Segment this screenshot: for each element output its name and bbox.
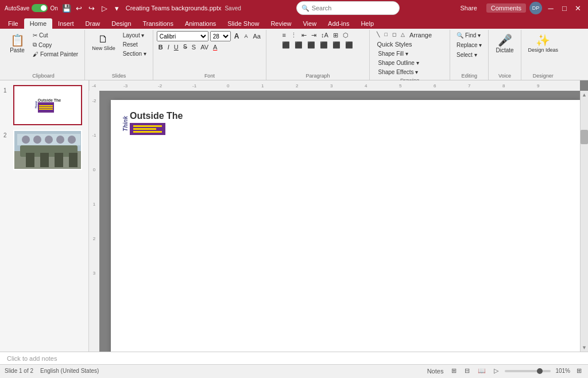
align-center-button[interactable]: ⬛ xyxy=(293,41,304,49)
tab-addins[interactable]: Add-ins xyxy=(322,18,355,29)
slide-2-image[interactable] xyxy=(13,130,82,170)
shape-2[interactable]: □ xyxy=(382,31,389,39)
decrease-font-button[interactable]: A xyxy=(242,33,249,40)
share-button[interactable]: Share xyxy=(454,3,482,13)
scroll-down-icon[interactable]: ▼ xyxy=(581,345,588,350)
present-icon[interactable]: ▷ xyxy=(99,3,110,13)
comments-button[interactable]: Comments xyxy=(486,3,526,13)
slide-sorter-button[interactable]: ⊟ xyxy=(463,367,471,375)
tab-transitions[interactable]: Transitions xyxy=(137,18,179,29)
tab-home[interactable]: Home xyxy=(24,18,52,29)
font-color-button[interactable]: A xyxy=(211,43,219,51)
tab-insert[interactable]: Insert xyxy=(52,18,80,29)
undo-icon[interactable]: ↩ xyxy=(74,3,84,13)
dictate-button[interactable]: 🎤 Dictate xyxy=(492,31,517,56)
increase-font-button[interactable]: A xyxy=(233,32,241,41)
scroll-thumb[interactable] xyxy=(581,130,588,144)
close-icon[interactable]: ✕ xyxy=(573,3,583,13)
clipboard-group: 📋 Paste ✂ Cut ⧉ Copy 🖌 Format Painter Cl… xyxy=(2,30,85,80)
decrease-indent-button[interactable]: ⇤ xyxy=(300,31,308,40)
quick-styles-button[interactable]: Quick Styles xyxy=(375,40,413,48)
italic-button[interactable]: I xyxy=(166,43,171,51)
minimize-icon[interactable]: ─ xyxy=(546,3,556,13)
underline-button[interactable]: U xyxy=(172,43,180,51)
avatar[interactable]: DP xyxy=(529,2,542,14)
cut-button[interactable]: ✂ Cut xyxy=(30,31,81,40)
zoom-slider[interactable] xyxy=(505,370,551,372)
justify-button[interactable]: ⬛ xyxy=(318,41,330,49)
smartart-button[interactable]: ⬡ xyxy=(341,31,350,40)
slide-2-thumb[interactable]: 2 xyxy=(3,130,85,170)
tab-draw[interactable]: Draw xyxy=(80,18,106,29)
slide-2-number: 2 xyxy=(3,132,10,138)
tab-help[interactable]: Help xyxy=(355,18,380,29)
notes-button[interactable]: Notes xyxy=(425,367,446,375)
find-button[interactable]: 🔍 Find ▾ xyxy=(454,31,483,40)
save-icon[interactable]: 💾 xyxy=(61,3,72,13)
slide-1-thumb[interactable]: 1 Think Outside The xyxy=(3,85,85,125)
line-spacing-button[interactable]: ⬛ xyxy=(343,41,355,49)
normal-view-button[interactable]: ⊞ xyxy=(450,367,458,375)
tab-design[interactable]: Design xyxy=(106,18,137,29)
shape-effects-button[interactable]: Shape Effects ▾ xyxy=(375,68,421,76)
align-left-button[interactable]: ⬛ xyxy=(280,41,292,49)
paste-button[interactable]: 📋 Paste xyxy=(6,31,29,56)
replace-button[interactable]: Replace ▾ xyxy=(454,41,485,49)
text-direction-button[interactable]: ↕A xyxy=(319,31,330,40)
shape-fill-button[interactable]: Shape Fill ▾ xyxy=(375,49,421,58)
format-painter-button[interactable]: 🖌 Format Painter xyxy=(30,50,81,59)
tab-file[interactable]: File xyxy=(2,18,24,29)
tab-review[interactable]: Review xyxy=(265,18,297,29)
char-spacing-button[interactable]: AV xyxy=(199,43,210,51)
section-button[interactable]: Section ▾ xyxy=(120,49,149,58)
shape-outline-button[interactable]: Shape Outline ▾ xyxy=(375,59,421,67)
shape-1[interactable]: ╲ xyxy=(375,31,381,39)
search-input[interactable] xyxy=(312,5,386,11)
numbered-list-button[interactable]: ⋮ xyxy=(289,31,299,40)
tab-view[interactable]: View xyxy=(297,18,322,29)
search-icon: 🔍 xyxy=(301,5,310,12)
designer-label: Designer xyxy=(533,73,554,79)
increase-indent-button[interactable]: ⇥ xyxy=(310,31,318,40)
shape-4[interactable]: △ xyxy=(399,31,407,39)
arrange-button[interactable]: Arrange xyxy=(408,31,434,39)
new-slide-button[interactable]: 🗋 New Slide xyxy=(88,31,119,53)
bold-button[interactable]: B xyxy=(157,43,165,51)
copy-button[interactable]: ⧉ Copy xyxy=(30,40,81,49)
more-icon[interactable]: ▾ xyxy=(112,3,122,13)
shape-3[interactable]: ◻ xyxy=(390,31,398,39)
zoom-thumb[interactable] xyxy=(537,368,543,374)
svg-rect-6 xyxy=(69,153,78,167)
svg-rect-4 xyxy=(40,153,49,167)
select-button[interactable]: Select ▾ xyxy=(454,51,480,59)
bullet-list-button[interactable]: ≡ xyxy=(280,31,287,40)
autosave-switch[interactable] xyxy=(32,4,48,12)
reset-button[interactable]: Reset xyxy=(120,40,149,49)
align-right-button[interactable]: ⬛ xyxy=(305,41,317,49)
design-ideas-button[interactable]: ✨ Design Ideas xyxy=(525,31,562,55)
restore-icon[interactable]: □ xyxy=(559,3,570,13)
search-container: 🔍 xyxy=(296,1,400,15)
strikethrough-button[interactable]: S̶ xyxy=(181,43,189,51)
autosave-toggle[interactable]: AutoSave On xyxy=(5,4,58,12)
reading-view-button[interactable]: 📖 xyxy=(476,367,488,375)
align-text-button[interactable]: ⊞ xyxy=(331,31,340,40)
notes-bar[interactable]: Click to add notes xyxy=(0,352,588,364)
clear-format-button[interactable]: Aa xyxy=(252,32,262,40)
columns-button[interactable]: ⬛ xyxy=(331,41,342,49)
tab-animations[interactable]: Animations xyxy=(179,18,222,29)
vertical-ruler: -2 -1 0 1 2 3 xyxy=(89,91,99,352)
tab-slideshow[interactable]: Slide Show xyxy=(222,18,265,29)
slide-1-image[interactable]: Think Outside The Slide™ xyxy=(13,85,82,125)
logo-think-text: Think xyxy=(122,116,129,132)
redo-icon[interactable]: ↪ xyxy=(87,3,97,13)
text-shadow-button[interactable]: S xyxy=(190,43,198,51)
slideshow-button[interactable]: ▷ xyxy=(492,367,500,375)
scroll-up-icon[interactable]: ▲ xyxy=(581,92,588,98)
layout-button[interactable]: Layout ▾ xyxy=(120,31,149,40)
fit-slide-button[interactable]: ⊞ xyxy=(575,367,583,375)
font-family-select[interactable]: Calibri xyxy=(157,31,208,41)
slide-canvas[interactable]: Think Outside The xyxy=(111,100,580,352)
scrollbar-vertical[interactable]: ▲ ▼ xyxy=(580,91,588,352)
font-size-select[interactable]: 28 xyxy=(210,31,231,41)
